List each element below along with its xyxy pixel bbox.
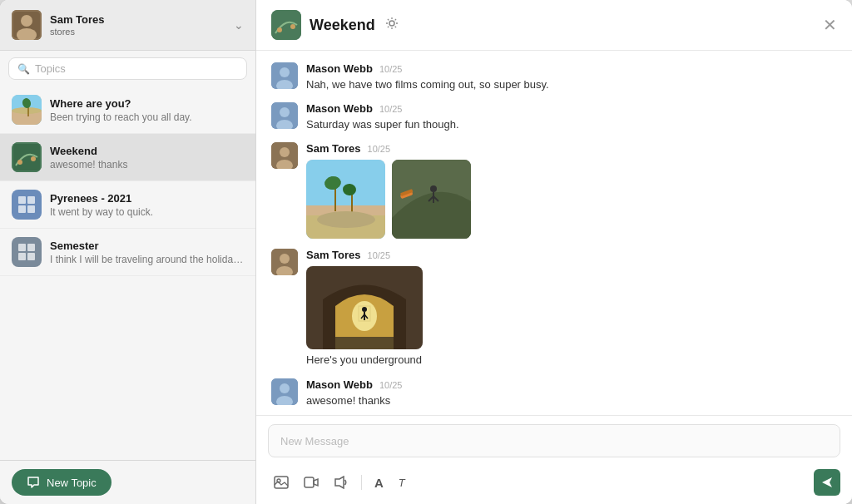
topic-item[interactable]: Where are you? Been trying to reach you …: [0, 86, 255, 134]
message-text: Saturday was super fun though.: [306, 117, 837, 132]
message-images: [306, 266, 837, 349]
topic-name: Pyrenees - 2021: [50, 192, 244, 205]
svg-point-24: [280, 147, 290, 157]
message-body: Sam Tores 10/25: [306, 142, 837, 239]
toolbar-row: A T: [256, 464, 852, 504]
search-wrapper: 🔍: [8, 57, 247, 80]
topic-item[interactable]: Semester I think I will be traveling aro…: [0, 229, 255, 276]
topic-avatar: [12, 142, 42, 172]
audio-button[interactable]: [328, 472, 354, 493]
topic-name: Where are you?: [50, 97, 244, 110]
message-body: Sam Tores 10/25: [306, 249, 837, 368]
new-topic-button[interactable]: New Topic: [12, 469, 111, 496]
image-icon: [274, 476, 289, 489]
svg-point-2: [21, 15, 32, 27]
message-time: 10/25: [368, 250, 391, 260]
topic-avatar: [12, 237, 42, 267]
svg-point-54: [280, 383, 290, 393]
search-input[interactable]: [35, 62, 238, 75]
message-input[interactable]: [268, 424, 840, 457]
svg-point-12: [31, 156, 36, 161]
message-text: awesome! thanks: [306, 393, 837, 408]
new-topic-label: New Topic: [47, 477, 97, 489]
sender-name: Sam Tores: [306, 249, 361, 261]
user-subtitle: stores: [50, 27, 105, 37]
sender-name: Sam Tores: [306, 142, 361, 155]
sender-name: Mason Webb: [306, 102, 373, 115]
message-row: Sam Tores 10/25: [271, 249, 837, 368]
topic-info: Pyrenees - 2021 It went by way to quick.: [50, 192, 244, 218]
svg-point-43: [280, 254, 290, 264]
topic-preview: awesome! thanks: [50, 159, 244, 170]
chat-title: Weekend: [310, 17, 375, 34]
avatar: [271, 142, 298, 169]
font-icon: A: [374, 476, 384, 490]
topic-info: Where are you? Been trying to reach you …: [50, 97, 244, 123]
search-container: 🔍: [0, 51, 255, 86]
video-icon: [304, 476, 319, 489]
video-button[interactable]: [298, 472, 324, 493]
svg-point-16: [389, 21, 394, 26]
message-header: Mason Webb 10/25: [306, 102, 837, 115]
message-row: Mason Webb 10/25 awesome! thanks: [271, 378, 837, 408]
message-time: 10/25: [368, 144, 391, 154]
text-size-button[interactable]: T: [393, 472, 411, 493]
sender-name: Mason Webb: [306, 378, 373, 391]
avatar: [271, 102, 298, 129]
svg-point-38: [430, 185, 437, 192]
sender-name: Mason Webb: [306, 62, 373, 75]
message-image: [306, 266, 423, 349]
svg-point-14: [277, 27, 282, 32]
input-area: A T: [256, 415, 852, 504]
svg-point-21: [280, 107, 290, 117]
message-row: Sam Tores 10/25: [271, 142, 837, 239]
topic-list: Where are you? Been trying to reach you …: [0, 86, 255, 460]
settings-button[interactable]: [384, 15, 400, 35]
gear-icon: [385, 17, 399, 30]
message-image: [306, 160, 385, 239]
message-time: 10/25: [379, 380, 403, 390]
svg-point-11: [17, 160, 22, 165]
chat-avatar: [271, 10, 301, 40]
topic-preview: It went by way to quick.: [50, 206, 244, 218]
topic-item[interactable]: Weekend awesome! thanks: [0, 134, 255, 181]
message-time: 10/25: [379, 104, 403, 114]
toolbar-divider: [361, 475, 362, 490]
message-text: Here's you underground: [306, 353, 837, 368]
close-button[interactable]: ✕: [823, 17, 837, 33]
message-header: Mason Webb 10/25: [306, 378, 837, 391]
svg-marker-59: [335, 477, 344, 488]
message-input-row: [256, 416, 852, 464]
chevron-down-icon[interactable]: ⌄: [234, 18, 244, 32]
topic-item[interactable]: Pyrenees - 2021 It went by way to quick.: [0, 181, 255, 229]
message-header: Sam Tores 10/25: [306, 142, 837, 155]
svg-rect-47: [335, 337, 394, 349]
image-upload-button[interactable]: [268, 472, 295, 493]
app-window: Sam Tores stores ⌄ 🔍: [0, 0, 852, 504]
user-info: Sam Tores stores: [50, 13, 105, 37]
topic-preview: I think I will be traveling around the h…: [50, 254, 244, 265]
svg-point-15: [290, 24, 295, 29]
svg-point-6: [12, 107, 42, 114]
svg-point-18: [280, 67, 290, 77]
message-header: Mason Webb 10/25: [306, 62, 837, 75]
avatar: [271, 378, 298, 405]
send-button[interactable]: [814, 469, 840, 496]
font-button[interactable]: A: [369, 472, 389, 494]
svg-rect-10: [13, 144, 40, 170]
topic-info: Weekend awesome! thanks: [50, 145, 244, 170]
chat-bubble-icon: [27, 476, 40, 489]
topic-avatar: [12, 95, 42, 125]
message-row: Mason Webb 10/25 Nah, we have two films …: [271, 62, 837, 92]
svg-point-33: [317, 211, 375, 228]
user-name: Sam Tores: [50, 13, 105, 27]
text-size-icon: T: [399, 477, 405, 489]
message-text: Nah, we have two films coming out, so su…: [306, 77, 837, 92]
topic-avatar: [12, 190, 42, 220]
sidebar-header-left: Sam Tores stores: [12, 10, 105, 40]
topic-name: Weekend: [50, 145, 244, 157]
avatar: [271, 62, 298, 89]
message-images: [306, 160, 837, 239]
message-row: Mason Webb 10/25 Saturday was super fun …: [271, 102, 837, 132]
svg-rect-58: [305, 477, 314, 487]
